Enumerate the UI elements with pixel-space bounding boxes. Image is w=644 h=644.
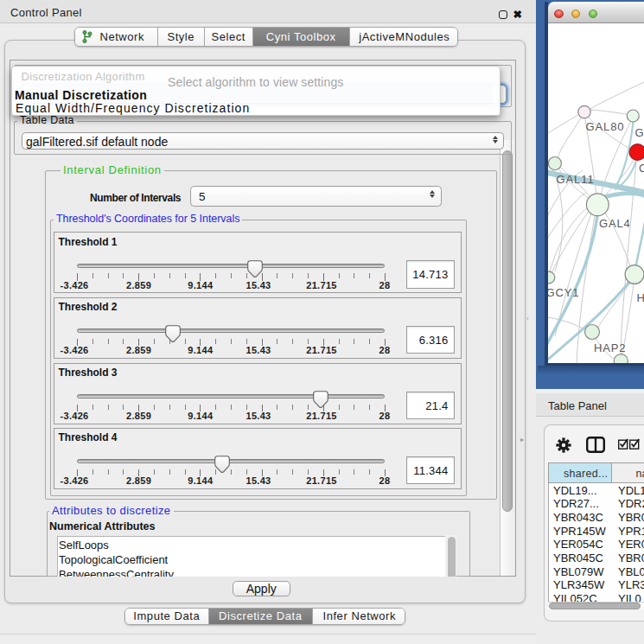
- svg-text:GAL4: GAL4: [598, 217, 630, 230]
- svg-text:GAL11: GAL11: [556, 173, 594, 186]
- svg-text:GA: GA: [634, 126, 644, 139]
- svg-text:GCY1: GCY1: [548, 286, 580, 299]
- svg-text:C: C: [639, 162, 644, 175]
- svg-text:HAP2: HAP2: [593, 341, 626, 354]
- svg-text:H: H: [636, 291, 644, 304]
- svg-text:GAL80: GAL80: [585, 120, 624, 133]
